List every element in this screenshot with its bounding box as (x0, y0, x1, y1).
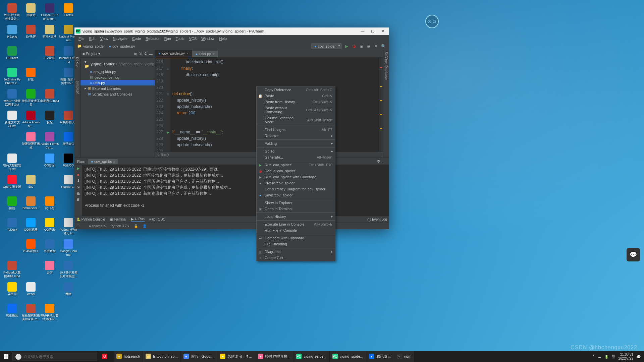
desktop-icon[interactable]: HBuilder (3, 46, 21, 68)
context-menu-item[interactable]: Paste without FormattingCtrl+Alt+Shift+V (257, 105, 335, 115)
taskbar-item[interactable]: PCyiqing_spide... (330, 351, 366, 362)
print-icon[interactable]: 🖶 (76, 191, 80, 195)
desktop-icon[interactable]: EV录屏 (40, 46, 59, 68)
tree-scratches[interactable]: ⊞ Scratches and Consoles (80, 91, 155, 97)
desktop-icon[interactable]: 向日葵 (40, 196, 59, 218)
menu-view[interactable]: View (98, 36, 110, 42)
search-everywhere-icon[interactable]: 🔍 (380, 43, 386, 49)
context-menu-item[interactable]: Paste from History...Ctrl+Shift+V (257, 99, 335, 105)
status-python[interactable]: Python 3.7 ▾ (111, 224, 129, 228)
desktop-icon[interactable]: Opera 浏览器 (3, 175, 21, 196)
desktop-icon[interactable]: 微信开发者工具 (21, 89, 40, 111)
desktop-icon[interactable]: 电商大数据发刊.txt (3, 154, 21, 175)
rerun-icon[interactable]: ▶ (77, 166, 79, 171)
context-menu-item[interactable]: Refactor (257, 133, 335, 139)
run-hide-icon[interactable]: — (383, 160, 386, 164)
taskbar-item[interactable]: ●hotsearch (114, 351, 143, 362)
structure-tab-button[interactable]: Structure (75, 81, 79, 95)
menu-file[interactable]: File (76, 36, 87, 42)
context-menu-item[interactable]: Go To (257, 148, 335, 154)
debug-button[interactable]: 🐞 (351, 43, 357, 49)
collapse-icon[interactable]: ⇲ (139, 52, 142, 56)
project-tool-title[interactable]: ■ Project ▾ (83, 52, 100, 56)
taskbar-item[interactable]: ●哔哩哔哩直播... (255, 351, 293, 362)
context-menu-item[interactable]: ○Create Gist... (257, 255, 335, 261)
taskbar-item[interactable]: ●腾讯微云 (366, 351, 394, 362)
breadcrumb-file[interactable]: cov_spider.py (112, 44, 135, 48)
status-lock-icon[interactable]: 🔓 (134, 224, 138, 228)
desktop-icon[interactable]: 最新招聘爬虫演示录屏.m... (21, 304, 40, 325)
start-button[interactable] (0, 351, 12, 362)
taskbar-item[interactable]: PCyiqing-serve... (293, 351, 329, 362)
context-menu-item[interactable]: Column Selection ModeAlt+Shift+Insert (257, 115, 335, 125)
trash-icon[interactable]: 🗑 (76, 197, 80, 201)
taskbar-item[interactable]: >_npm (394, 351, 414, 362)
context-menu-item[interactable]: ◫Diagrams (257, 249, 335, 255)
context-menu-item[interactable]: Local History (257, 214, 335, 220)
run-down-icon[interactable]: ⬇ (77, 179, 80, 183)
desktop-icon[interactable]: 微信 (3, 196, 21, 218)
desktop-icon[interactable]: 新建文本文档.txt (3, 111, 21, 132)
desktop-icon[interactable]: 好压 (21, 68, 40, 89)
breadcrumb[interactable]: 📁 yiqing_spider › ● cov_spider.py (77, 44, 135, 48)
menu-tools[interactable]: Tools (174, 36, 186, 42)
context-menu-item[interactable]: File Encoding (257, 241, 335, 247)
menu-navigate[interactable]: Navigate (111, 36, 129, 42)
desktop-icon[interactable]: QQ音乐 (40, 218, 59, 239)
context-menu-item[interactable]: ●Save 'cov_spider' (257, 192, 335, 198)
breadcrumb-nav[interactable]: online() (158, 153, 169, 157)
desktop-icon[interactable]: JetBrains PyCharm 2... (3, 68, 21, 89)
run-tab-bottom[interactable]: ▶ 4: Run (131, 217, 145, 222)
search-input[interactable] (24, 355, 94, 359)
context-menu-item[interactable]: Generate...Alt+Insert (257, 154, 335, 160)
taskbar-item[interactable]: 📁E:\python_sp... (143, 351, 180, 362)
settings-icon[interactable]: ✲ (144, 52, 147, 56)
breadcrumb-folder[interactable]: yiqing_spider (83, 44, 105, 48)
menu-help[interactable]: Help (217, 36, 229, 42)
context-menu-item[interactable]: ⇄Compare with Clipboard (257, 235, 335, 241)
run-settings-icon[interactable]: ✲ (377, 159, 380, 164)
desktop-icon[interactable]: QQ影音 (40, 154, 59, 175)
desktop-icon[interactable]: 2021计算机毕业设计... (3, 3, 21, 25)
context-menu-item[interactable]: ▣Open in Terminal (257, 206, 335, 212)
desktop-icon[interactable]: Google Chrome (59, 239, 78, 261)
tray-notifications-icon[interactable]: 💬 (637, 355, 641, 359)
desktop-icon[interactable] (3, 132, 21, 154)
desktop-icon[interactable]: 腾讯微云 (3, 304, 21, 325)
desktop-icon[interactable]: QQ浏览器 (21, 218, 40, 239)
editor-tab[interactable]: ●utils.py× (192, 51, 218, 57)
tree-external-libs[interactable]: ▸ ⊞ External Libraries (80, 85, 155, 91)
context-menu-item[interactable]: Show in Explorer (257, 200, 335, 206)
titlebar[interactable]: PC yiqing_spider [E:\python_spark_yiqing… (74, 27, 389, 35)
taskbar-search[interactable]: ⚪ (12, 352, 97, 361)
desktop-icon[interactable] (21, 154, 40, 175)
desktop-icon[interactable]: 必剪 (40, 261, 59, 282)
desktop-icon[interactable]: PySpark大数据讲解.mp4 (3, 261, 21, 282)
coverage-button[interactable]: ▣ (358, 43, 364, 49)
desktop-icon[interactable]: ToDesk (3, 218, 21, 239)
context-menu-item[interactable]: Execute Line in ConsoleAlt+Shift+E (257, 221, 335, 227)
run-config-selector[interactable]: ●cov_spider ▼ (311, 43, 342, 49)
terminal-tab[interactable]: ▣ Terminal (110, 218, 126, 221)
structure-button[interactable]: ≡ (373, 43, 379, 49)
locate-icon[interactable]: ⊕ (134, 52, 137, 56)
desktop-icon[interactable]: Firefox (59, 3, 78, 25)
context-menu-item[interactable]: Concurrency Diagram for 'cov_spider' (257, 186, 335, 192)
tree-root[interactable]: ▾ 📁 yiqing_spider E:\python_spark_yiqing… (80, 59, 155, 69)
database-tab[interactable]: Database (384, 65, 388, 80)
tab-close-icon[interactable]: × (213, 52, 215, 56)
context-menu-item[interactable]: ▶Run 'cov_spider' with Coverage (257, 174, 335, 180)
stop-icon[interactable]: ■ (77, 173, 79, 177)
tray-ime[interactable]: 英 (612, 354, 615, 359)
context-menu-item[interactable]: 🐞Debug 'cov_spider' (257, 168, 335, 174)
desktop-icon[interactable]: Adobe Acrobat ... (21, 111, 40, 132)
desktop-icon[interactable]: EV录屏 (21, 25, 40, 46)
desktop-icon[interactable]: 百度网盘 (40, 239, 59, 261)
run-button[interactable]: ▶ (343, 43, 350, 49)
desktop-icon[interactable]: BiSheServ... (21, 196, 40, 218)
tree-file[interactable]: ● cov_spider.py (80, 69, 155, 74)
desktop-icon[interactable]: 2345看图王 (21, 239, 40, 261)
profile-button[interactable]: ◉ (366, 43, 372, 49)
desktop-icon[interactable]: 极光 (40, 111, 59, 132)
desktop-icon[interactable]: 花生壳 (3, 282, 21, 304)
